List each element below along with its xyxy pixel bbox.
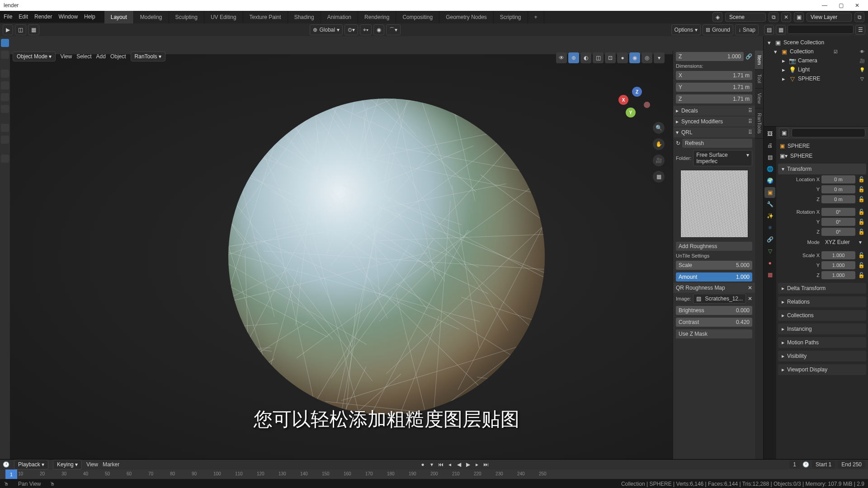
pivot-dropdown[interactable]: ⊙▾	[344, 24, 358, 35]
select-mode2-icon[interactable]: ▦	[28, 24, 39, 35]
jump-nextkey-icon[interactable]: ▸	[473, 460, 481, 469]
link-icon[interactable]: 🔗	[745, 53, 752, 60]
dim-z-field[interactable]: Z1.71 m	[676, 94, 752, 103]
play-reverse-icon[interactable]: ◀	[455, 460, 463, 469]
workspace-tab-layout[interactable]: Layout	[104, 11, 134, 23]
motionpaths-header[interactable]: ▸ Motion Paths	[778, 337, 866, 348]
jump-start-icon[interactable]: ⏮	[437, 460, 445, 469]
workspace-tab-rendering[interactable]: Rendering	[358, 11, 396, 23]
z-field[interactable]: Z1.000	[676, 52, 744, 61]
select-mode-icon[interactable]: ◫	[15, 24, 26, 35]
dim-x-field[interactable]: X1.71 m	[676, 71, 752, 80]
add-roughness-button[interactable]: Add Roughness	[676, 242, 752, 251]
refresh-icon[interactable]: ↻	[676, 140, 680, 146]
menu-render[interactable]: Render	[34, 14, 52, 20]
scene-copy-icon[interactable]: ⧉	[769, 12, 778, 22]
clock-icon[interactable]: 🕐	[802, 461, 809, 468]
npanel-tab-item[interactable]: Item	[755, 51, 763, 70]
outliner-scene-collection[interactable]: ▾▣Scene Collection	[764, 38, 868, 47]
jump-end-icon[interactable]: ⏭	[482, 460, 490, 469]
cursor-tool[interactable]	[1, 51, 9, 59]
gizmo-toggle-icon[interactable]: ⊕	[568, 52, 579, 63]
snap-pill[interactable]: ↓ Snap	[735, 24, 759, 35]
image-clear-icon[interactable]: ✕	[748, 296, 752, 302]
proptab-data[interactable]: ▽	[764, 246, 775, 257]
outliner-item-camera[interactable]: ▸📷Camera🎥	[764, 56, 868, 65]
workspace-tab-sculpting[interactable]: Sculpting	[169, 11, 204, 23]
usez-button[interactable]: Use Z Mask	[676, 329, 752, 338]
outliner-display-icon[interactable]: ▦	[776, 25, 786, 35]
viewport-menu-select[interactable]: Select	[76, 53, 91, 60]
outliner-collection[interactable]: ▾▣Collection☑👁	[764, 47, 868, 56]
mode-select[interactable]: Object Mode ▾	[13, 52, 56, 61]
proptab-render[interactable]: 🖼	[764, 128, 775, 139]
image-dropdown[interactable]: ▨ Scratches_12...	[693, 294, 746, 304]
playhead[interactable]: 1	[5, 469, 17, 479]
scene-browse-icon[interactable]: ◈	[712, 12, 722, 22]
lock-icon[interactable]: 🔓	[857, 209, 865, 215]
lock-icon[interactable]: 🔓	[857, 229, 865, 235]
snap-toggle[interactable]: ⌖▾	[360, 24, 372, 35]
viewlayer-browse-icon[interactable]: ▣	[794, 12, 804, 22]
lock-icon[interactable]: 🔓	[857, 176, 865, 183]
options-dropdown[interactable]: Options ▾	[671, 24, 701, 35]
lock-icon[interactable]: 🔓	[857, 186, 865, 192]
timeline-marker-menu[interactable]: Marker	[103, 461, 119, 468]
viewport-menu-view[interactable]: View	[60, 53, 72, 60]
gizmo-neg-axis[interactable]	[644, 102, 650, 108]
scale-x-field[interactable]: 1.000	[821, 251, 855, 259]
scene-delete-icon[interactable]: ✕	[781, 12, 791, 22]
viewport-menu-object[interactable]: Object	[110, 53, 126, 60]
contrast-field[interactable]: Contrast0.420	[676, 318, 752, 327]
matprev-shading-icon[interactable]: ◉	[629, 52, 640, 63]
gizmo-z-axis[interactable]: Z	[632, 87, 642, 97]
transform-tool[interactable]	[1, 105, 9, 113]
loc-z-field[interactable]: 0 m	[821, 195, 855, 203]
workspace-add-button[interactable]: +	[528, 11, 544, 23]
annotate-tool[interactable]	[1, 124, 9, 132]
loc-y-field[interactable]: 0 m	[821, 185, 855, 193]
texture-thumbnail[interactable]	[680, 170, 748, 238]
overlay-toggle-icon[interactable]: ◐	[580, 52, 591, 63]
outliner-filter2-icon[interactable]: ☰	[855, 25, 865, 35]
transform-panel-header[interactable]: ▾ Transform	[778, 164, 866, 174]
menu-file[interactable]: File	[4, 14, 12, 20]
props-search-input[interactable]	[792, 128, 865, 137]
dim-y-field[interactable]: Y1.71 m	[676, 83, 752, 92]
scale-tool[interactable]	[1, 93, 9, 101]
scale-y-field[interactable]: 1.000	[821, 261, 855, 269]
timeline-icon[interactable]: 🕐	[3, 461, 9, 468]
rendered-shading-icon[interactable]: ◎	[642, 52, 652, 63]
current-frame-field[interactable]: 1	[789, 460, 800, 469]
end-frame-field[interactable]: End 250	[838, 460, 865, 469]
scale-field[interactable]: Scale5.000	[676, 261, 752, 270]
workspace-tab-texturepaint[interactable]: Texture Paint	[243, 11, 288, 23]
qrl-section[interactable]: ▾ QRL⠿	[673, 127, 755, 137]
workspace-tab-uvediting[interactable]: UV Editing	[204, 11, 243, 23]
pan-icon[interactable]: ✋	[653, 138, 665, 150]
playback-dropdown[interactable]: Playback ▾	[14, 460, 48, 469]
loc-x-field[interactable]: 0 m	[821, 175, 855, 183]
proptab-texture[interactable]: ▦	[764, 269, 775, 280]
workspace-tab-geonodes[interactable]: Geometry Nodes	[439, 11, 494, 23]
camera-view-icon[interactable]: 🎥	[653, 155, 665, 166]
xray-toggle-icon[interactable]: ◫	[593, 52, 604, 63]
lock-icon[interactable]: 🔓	[857, 252, 865, 258]
autokey-icon[interactable]: ●	[419, 460, 427, 469]
npanel-tab-rantools[interactable]: RanTools	[755, 108, 763, 139]
wireframe-shading-icon[interactable]: ⊡	[605, 52, 616, 63]
viewlayer-input[interactable]: View Layer	[807, 13, 852, 22]
propedit-falloff[interactable]: ⌒▾	[386, 24, 401, 35]
propedit-toggle[interactable]: ◉	[373, 24, 384, 35]
sphere-object[interactable]: document.write(Array.from({length:120},(…	[228, 99, 545, 415]
proptab-particles[interactable]: ✨	[764, 211, 775, 221]
proptab-material[interactable]: ●	[764, 258, 775, 268]
proptab-object[interactable]: ▣	[764, 187, 775, 198]
outliner-search-input[interactable]	[788, 25, 854, 34]
viewport-3d[interactable]: Object Mode ▾ View Select Add Object Ran…	[10, 36, 763, 459]
lock-icon[interactable]: 🔓	[857, 272, 865, 278]
rot-x-field[interactable]: 0°	[821, 208, 855, 216]
timeline-ruler[interactable]: 1 10203040506070809010011012013014015016…	[0, 469, 868, 479]
keying-dropdown[interactable]: Keying ▾	[53, 460, 82, 469]
solid-shading-icon[interactable]: ●	[617, 52, 628, 63]
